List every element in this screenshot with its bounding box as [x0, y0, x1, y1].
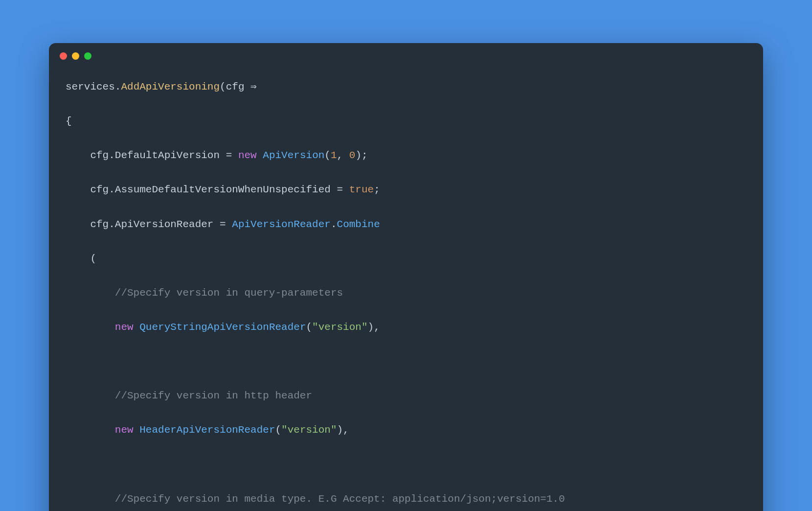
code-line: {	[66, 113, 746, 130]
code-token: .	[331, 219, 337, 230]
code-token	[134, 424, 140, 436]
code-block: services.AddApiVersioning(cfg ⇒ { cfg.De…	[49, 69, 763, 511]
code-token: DefaultApiVersion	[115, 150, 220, 161]
code-token: .	[109, 150, 115, 161]
code-line: //Specify version in http header	[66, 387, 746, 404]
code-token: (	[306, 322, 313, 333]
code-token: ),	[368, 322, 380, 333]
code-token: .	[109, 219, 115, 230]
code-token: cfg	[226, 81, 245, 93]
code-token: );	[355, 150, 367, 161]
code-token: cfg	[90, 219, 109, 230]
code-token: ApiVersionReader	[115, 219, 214, 230]
code-token: ⇒	[245, 81, 257, 93]
code-window: services.AddApiVersioning(cfg ⇒ { cfg.De…	[49, 43, 763, 511]
code-token: HeaderApiVersionReader	[139, 424, 275, 436]
code-token: services	[66, 81, 115, 93]
code-token: ApiVersionReader	[232, 219, 331, 230]
code-token: =	[213, 219, 232, 230]
minimize-icon[interactable]	[72, 52, 79, 60]
code-token: ),	[337, 424, 349, 436]
code-token: true	[349, 184, 374, 195]
code-token: (	[220, 81, 226, 93]
code-token: .	[115, 81, 121, 93]
code-token: (	[324, 150, 331, 161]
maximize-icon[interactable]	[84, 52, 91, 60]
code-token: =	[220, 150, 238, 161]
code-token: 0	[349, 150, 356, 161]
code-line	[66, 456, 746, 473]
code-line: cfg.AssumeDefaultVersionWhenUnspecified …	[66, 181, 746, 198]
code-token: AddApiVersioning	[121, 81, 220, 93]
code-token: (	[275, 424, 281, 436]
code-line: new HeaderApiVersionReader("version"),	[66, 421, 746, 439]
code-line	[66, 353, 746, 370]
code-token: ApiVersion	[263, 150, 324, 161]
window-titlebar	[49, 43, 763, 69]
code-comment: //Specify version in media type. E.G Acc…	[115, 493, 565, 505]
code-token: ,	[337, 150, 349, 161]
code-comment: //Specify version in query-parameters	[115, 287, 343, 299]
code-token	[257, 150, 263, 161]
code-token: new	[238, 150, 257, 161]
code-token: cfg	[90, 184, 109, 195]
code-line: new QueryStringApiVersionReader("version…	[66, 319, 746, 336]
code-line: cfg.DefaultApiVersion = new ApiVersion(1…	[66, 147, 746, 164]
code-token: "version"	[312, 322, 367, 333]
code-token: ;	[374, 184, 380, 195]
code-line: cfg.ApiVersionReader = ApiVersionReader.…	[66, 216, 746, 233]
code-token: =	[331, 184, 349, 195]
code-comment: //Specify version in http header	[115, 390, 312, 401]
code-line: (	[66, 250, 746, 267]
code-token: .	[109, 184, 115, 195]
code-token: QueryStringApiVersionReader	[139, 322, 306, 333]
code-line: //Specify version in query-parameters	[66, 284, 746, 302]
code-token: (	[90, 253, 96, 264]
code-token: AssumeDefaultVersionWhenUnspecified	[115, 184, 331, 195]
code-token: 1	[331, 150, 337, 161]
code-line: services.AddApiVersioning(cfg ⇒	[66, 78, 746, 95]
code-token	[134, 322, 140, 333]
code-token: {	[66, 116, 72, 127]
code-token: Combine	[337, 219, 380, 230]
code-token: "version"	[281, 424, 337, 436]
close-icon[interactable]	[60, 52, 67, 60]
code-token: new	[115, 424, 134, 436]
code-token: cfg	[90, 150, 109, 161]
code-line: //Specify version in media type. E.G Acc…	[66, 490, 746, 508]
code-token: new	[115, 322, 134, 333]
